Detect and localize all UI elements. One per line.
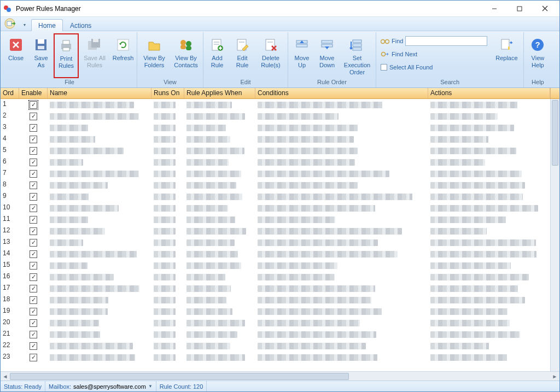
table-row[interactable]: 14✓ (1, 248, 550, 260)
cell-enable[interactable]: ✓ (19, 352, 48, 363)
table-row[interactable]: 9✓ (1, 191, 550, 202)
col-header-name[interactable]: Name (48, 88, 151, 98)
table-row[interactable]: 17✓ (1, 283, 550, 294)
cell-enable[interactable]: ✓ (19, 340, 48, 352)
checkbox-icon[interactable]: ✓ (30, 239, 37, 247)
col-header-runs-on[interactable]: Runs On (151, 88, 184, 98)
checkbox-icon[interactable]: ✓ (30, 193, 37, 201)
cell-enable[interactable]: ✓ (19, 179, 48, 191)
table-row[interactable]: 10✓ (1, 202, 550, 214)
cell-enable[interactable]: ✓ (19, 294, 48, 306)
cell-enable[interactable]: ✓ (19, 237, 48, 248)
table-row[interactable]: 8✓ (1, 179, 550, 191)
table-row[interactable]: 2✓ (1, 110, 550, 122)
table-row[interactable]: 12✓ (1, 225, 550, 237)
table-row[interactable]: 5✓ (1, 145, 550, 156)
checkbox-icon[interactable]: ✓ (30, 147, 37, 155)
set-execution-order-button[interactable]: Set Execution Order (340, 33, 375, 78)
table-row[interactable]: 4✓ (1, 133, 550, 145)
checkbox-icon[interactable]: ✓ (30, 342, 37, 350)
maximize-button[interactable] (507, 1, 532, 16)
cell-enable[interactable]: ✓ (19, 168, 48, 179)
col-header-order[interactable]: Ord (1, 88, 19, 98)
checkbox-icon[interactable]: ✓ (30, 319, 37, 327)
table-row[interactable]: 13✓ (1, 237, 550, 248)
move-down-button[interactable]: Move Down (314, 33, 340, 78)
checkbox-icon[interactable]: ✓ (30, 204, 37, 212)
cell-enable[interactable]: ✓ (19, 306, 48, 317)
table-row[interactable]: 16✓ (1, 271, 550, 283)
mailbox-dropdown-icon[interactable]: ▼ (148, 384, 153, 389)
cell-enable[interactable]: ✓ (19, 225, 48, 237)
cell-enable[interactable]: ✓ (19, 122, 48, 133)
refresh-button[interactable]: Refresh (110, 33, 136, 78)
checkbox-icon[interactable]: ✓ (30, 113, 37, 120)
select-all-found-checkbox[interactable] (381, 64, 387, 71)
cell-enable[interactable]: ✓ (19, 317, 48, 329)
select-all-found-row[interactable]: Select All Found (381, 62, 487, 73)
tab-actions[interactable]: Actions (63, 19, 98, 31)
table-row[interactable]: 19✓ (1, 306, 550, 317)
checkbox-icon[interactable]: ✓ (30, 159, 37, 166)
save-all-rules-button[interactable]: Save All Rules (79, 33, 110, 78)
move-up-button[interactable]: Move Up (289, 33, 314, 78)
col-header-applies-when[interactable]: Rule Applies When (184, 88, 255, 98)
cell-enable[interactable]: ✓ (19, 202, 48, 214)
tab-home[interactable]: Home (31, 19, 63, 31)
col-header-conditions[interactable]: Conditions (255, 88, 428, 98)
table-row[interactable]: 18✓ (1, 294, 550, 306)
cell-enable[interactable]: ✓ (19, 156, 48, 168)
table-row[interactable]: 22✓ (1, 340, 550, 352)
edit-rule-button[interactable]: Edit Rule (230, 33, 255, 78)
checkbox-icon[interactable]: ✓ (30, 285, 37, 292)
checkbox-icon[interactable]: ✓ (30, 354, 37, 361)
cell-enable[interactable]: ✓ (19, 110, 48, 122)
vertical-scrollbar[interactable] (550, 99, 559, 371)
cell-enable[interactable]: ✓ (19, 248, 48, 260)
col-header-enable[interactable]: Enable (19, 88, 48, 98)
qat-dropdown-icon[interactable]: ▾ (21, 19, 28, 31)
cell-enable[interactable]: ✓ (19, 271, 48, 283)
checkbox-icon[interactable]: ✓ (30, 262, 37, 270)
table-row[interactable]: 15✓ (1, 260, 550, 271)
checkbox-icon[interactable]: ✓ (30, 308, 37, 315)
table-row[interactable]: 11✓ (1, 214, 550, 225)
table-row[interactable]: 3✓ (1, 122, 550, 133)
cell-enable[interactable]: ✓ (19, 145, 48, 156)
delete-rules-button[interactable]: Delete Rule(s) (255, 33, 287, 78)
table-row[interactable]: 23✓ (1, 352, 550, 363)
scroll-left-icon[interactable]: ◄ (1, 372, 10, 381)
close-window-button[interactable] (532, 1, 557, 16)
checkbox-icon[interactable]: ✓ (30, 101, 37, 109)
view-by-folders-button[interactable]: View By Folders (138, 33, 170, 78)
scroll-right-icon[interactable]: ► (550, 372, 559, 381)
checkbox-icon[interactable]: ✓ (30, 250, 37, 258)
checkbox-icon[interactable]: ✓ (30, 182, 37, 189)
horizontal-scrollbar[interactable]: ◄ ► (1, 371, 559, 381)
find-input[interactable] (405, 36, 487, 46)
cell-enable[interactable]: ✓ (19, 99, 48, 110)
replace-button[interactable]: Replace (491, 33, 522, 78)
cell-enable[interactable]: ✓ (19, 214, 48, 225)
table-row[interactable]: 7✓ (1, 168, 550, 179)
checkbox-icon[interactable]: ✓ (30, 136, 37, 143)
checkbox-icon[interactable]: ✓ (30, 296, 37, 304)
col-header-actions[interactable]: Actions (428, 88, 550, 98)
checkbox-icon[interactable]: ✓ (30, 273, 37, 281)
table-row[interactable]: 21✓ (1, 329, 550, 340)
save-as-button[interactable]: Save As (28, 33, 54, 78)
cell-enable[interactable]: ✓ (19, 260, 48, 271)
print-rules-button[interactable]: Print Rules (54, 33, 79, 78)
cell-enable[interactable]: ✓ (19, 329, 48, 340)
qat-main-button[interactable] (3, 17, 21, 30)
add-rule-button[interactable]: Add Rule (205, 33, 230, 78)
cell-enable[interactable]: ✓ (19, 283, 48, 294)
checkbox-icon[interactable]: ✓ (30, 227, 37, 235)
table-row[interactable]: 6✓ (1, 156, 550, 168)
close-button[interactable]: Close (3, 33, 28, 78)
view-by-contacts-button[interactable]: View By Contacts (170, 33, 202, 78)
cell-enable[interactable]: ✓ (19, 191, 48, 202)
checkbox-icon[interactable]: ✓ (30, 331, 37, 338)
minimize-button[interactable] (482, 1, 507, 16)
checkbox-icon[interactable]: ✓ (30, 170, 37, 178)
